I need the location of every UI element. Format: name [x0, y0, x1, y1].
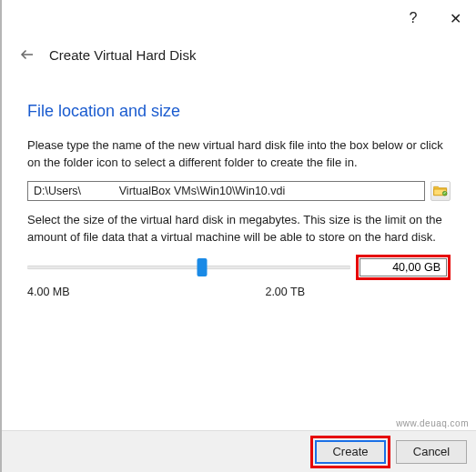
browse-folder-button[interactable]: [430, 181, 451, 201]
section-title: File location and size: [27, 102, 451, 121]
help-button[interactable]: ?: [392, 0, 434, 36]
back-arrow-icon[interactable]: [16, 44, 38, 65]
file-path-input[interactable]: [27, 181, 425, 201]
svg-point-1: [442, 191, 447, 196]
header: Create Virtual Hard Disk: [2, 36, 476, 75]
size-input[interactable]: [360, 258, 447, 276]
titlebar: ? ✕: [2, 0, 476, 36]
cancel-button[interactable]: Cancel: [396, 440, 467, 464]
slider-track: [27, 266, 350, 270]
create-button[interactable]: Create: [315, 440, 386, 464]
slider-max-label: 2.00 TB: [265, 286, 305, 298]
path-row: [27, 181, 451, 201]
path-help-text: Please type the name of the new virtual …: [27, 137, 451, 172]
watermark: www.deuaq.com: [396, 418, 469, 428]
size-slider[interactable]: [27, 256, 350, 278]
slider-thumb[interactable]: [197, 258, 207, 276]
page-title: Create Virtual Hard Disk: [49, 47, 196, 63]
close-button[interactable]: ✕: [434, 0, 476, 36]
footer: Create Cancel: [2, 430, 476, 472]
slider-area: [27, 255, 451, 280]
size-box-highlight: [356, 255, 451, 280]
size-help-text: Select the size of the virtual hard disk…: [27, 212, 451, 246]
slider-min-label: 4.00 MB: [27, 286, 70, 298]
content: File location and size Please type the n…: [2, 75, 476, 298]
create-highlight: Create: [310, 436, 390, 468]
folder-icon: [433, 185, 448, 197]
slider-labels: 4.00 MB 2.00 TB: [27, 286, 451, 298]
